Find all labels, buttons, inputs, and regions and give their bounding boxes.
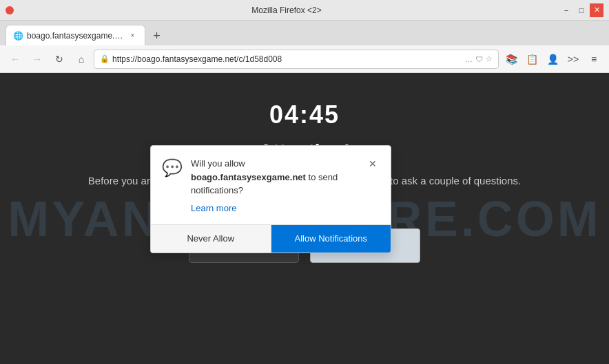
back-button[interactable]: ←: [6, 50, 25, 69]
tab-close-button[interactable]: ×: [127, 30, 138, 41]
popup-close-button[interactable]: ✕: [366, 157, 380, 171]
title-bar-left: [6, 6, 14, 14]
address-bar[interactable]: 🔒 … 🛡 ☆: [94, 50, 499, 69]
tab-title: boago.fantasysexgame.…: [27, 31, 123, 41]
popup-content: Will you allow boago.fantasysexgame.net …: [191, 157, 358, 213]
tab-bar: 🌐 boago.fantasysexgame.… × +: [0, 21, 609, 45]
sync-icon[interactable]: 📋: [522, 50, 541, 69]
title-bar: Mozilla Firefox <2> − □ ✕: [0, 0, 609, 21]
close-button[interactable]: ✕: [590, 3, 603, 17]
lock-icon: 🔒: [100, 54, 110, 63]
new-tab-button[interactable]: +: [147, 26, 166, 45]
main-content: MYANTISPY ARE.COM 04:45 Attention! Befor…: [0, 73, 609, 364]
reload-button[interactable]: ↻: [50, 50, 69, 69]
toolbar-right: 📚 📋 👤 >> ≡: [502, 50, 603, 69]
maximize-button[interactable]: □: [575, 3, 588, 17]
never-allow-button[interactable]: Never Allow: [151, 225, 271, 253]
url-input[interactable]: [112, 54, 462, 64]
minimize-button[interactable]: −: [559, 3, 573, 17]
tab-favicon: 🌐: [13, 31, 23, 41]
active-tab[interactable]: 🌐 boago.fantasysexgame.… ×: [6, 25, 145, 45]
popup-site-name: boago.fantasysexgame.net: [191, 172, 306, 182]
bookmark-icon[interactable]: ☆: [486, 54, 493, 63]
popup-text-will: Will you allow: [191, 158, 245, 169]
window-title: Mozilla Firefox <2>: [14, 6, 559, 15]
allow-notifications-button[interactable]: Allow Notifications: [271, 225, 391, 253]
countdown-timer: 04:45: [269, 100, 340, 129]
popup-body: 💬 Will you allow boago.fantasysexgame.ne…: [151, 146, 391, 224]
account-icon[interactable]: 👤: [543, 50, 562, 69]
menu-button[interactable]: ≡: [584, 50, 603, 69]
popup-message: Will you allow boago.fantasysexgame.net …: [191, 157, 358, 197]
popup-actions: Never Allow Allow Notifications: [151, 224, 391, 253]
chat-icon: 💬: [162, 158, 183, 178]
forward-button[interactable]: →: [28, 50, 47, 69]
home-button[interactable]: ⌂: [72, 50, 91, 69]
more-icon[interactable]: …: [465, 55, 473, 63]
library-icon[interactable]: 📚: [502, 50, 521, 69]
title-bar-controls: − □ ✕: [559, 3, 603, 17]
learn-more-link[interactable]: Learn more: [191, 203, 358, 213]
close-traffic-light[interactable]: [6, 6, 14, 14]
shield-icon: 🛡: [475, 55, 483, 63]
notification-popup: 💬 Will you allow boago.fantasysexgame.ne…: [150, 145, 391, 253]
toolbar: ← → ↻ ⌂ 🔒 … 🛡 ☆ 📚 📋 👤 >> ≡: [0, 45, 609, 73]
traffic-lights: [6, 6, 14, 14]
extensions-button[interactable]: >>: [564, 50, 583, 69]
